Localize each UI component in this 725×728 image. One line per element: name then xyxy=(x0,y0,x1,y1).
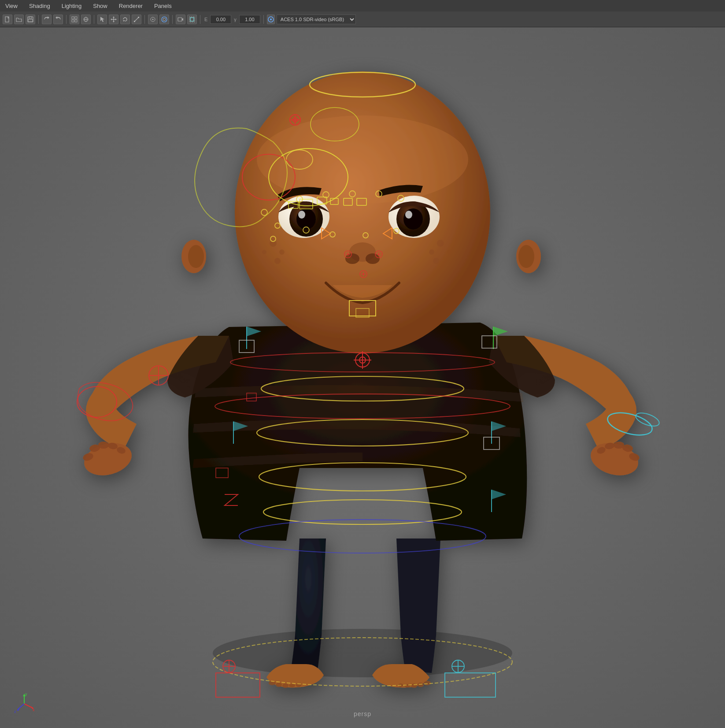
svg-point-22 xyxy=(152,19,154,20)
svg-point-23 xyxy=(162,17,167,22)
toolbar-sep-3 xyxy=(94,15,94,24)
toolbar-sep-4 xyxy=(144,15,145,24)
viewport[interactable]: persp y x z xyxy=(0,27,725,728)
colorspace-icon-btn[interactable] xyxy=(267,15,275,24)
svg-point-35 xyxy=(282,683,289,688)
snap-btn[interactable] xyxy=(148,15,158,24)
svg-point-56 xyxy=(188,245,204,268)
svg-point-77 xyxy=(433,258,439,264)
svg-point-24 xyxy=(163,18,166,21)
character-area xyxy=(0,27,725,728)
menu-view[interactable]: View xyxy=(4,2,19,10)
svg-text:z: z xyxy=(14,709,16,714)
svg-point-76 xyxy=(447,250,451,254)
character-svg xyxy=(0,27,725,728)
toolbar-sep-2 xyxy=(66,15,67,24)
svg-rect-19 xyxy=(138,17,139,18)
menu-lighting[interactable]: Lighting xyxy=(60,2,84,10)
soft-select-btn[interactable] xyxy=(159,15,169,24)
svg-point-41 xyxy=(404,684,411,687)
save-file-btn[interactable] xyxy=(26,15,35,24)
svg-rect-4 xyxy=(72,17,74,19)
toolbar: E 0.00 γ 1.00 ACES 1.0 SDR-video (sRGB) xyxy=(0,11,725,27)
menu-bar: View Shading Lighting Show Renderer Pane… xyxy=(0,0,725,11)
gamma-label: γ xyxy=(234,17,237,22)
toolbar-sep-5 xyxy=(172,15,173,24)
svg-rect-7 xyxy=(75,20,77,22)
svg-point-39 xyxy=(418,683,424,687)
svg-point-79 xyxy=(518,245,534,268)
undo-btn[interactable] xyxy=(42,15,52,24)
exposure-input[interactable]: 0.00 xyxy=(210,15,231,24)
svg-rect-6 xyxy=(72,20,74,22)
redo-btn[interactable] xyxy=(53,15,63,24)
open-file-btn[interactable] xyxy=(14,15,24,24)
svg-point-65 xyxy=(403,208,423,230)
svg-point-30 xyxy=(270,19,272,20)
svg-point-38 xyxy=(424,681,431,685)
svg-point-62 xyxy=(298,211,305,219)
svg-point-61 xyxy=(296,208,316,230)
svg-text:y: y xyxy=(25,693,27,696)
svg-rect-20 xyxy=(134,21,135,22)
toolbar-sep-6 xyxy=(200,15,200,24)
svg-point-69 xyxy=(366,253,380,264)
svg-point-74 xyxy=(437,240,444,247)
viewport-perspective-label: persp xyxy=(354,710,371,717)
axis-indicator: y x z xyxy=(13,693,35,715)
svg-point-71 xyxy=(279,249,285,255)
move-btn[interactable] xyxy=(109,15,118,24)
svg-point-73 xyxy=(274,258,281,264)
svg-text:x: x xyxy=(33,708,35,712)
svg-point-75 xyxy=(429,249,434,255)
svg-rect-5 xyxy=(75,17,77,19)
svg-point-32 xyxy=(213,629,512,677)
shaded-btn[interactable] xyxy=(81,15,91,24)
select-btn[interactable] xyxy=(97,15,107,24)
svg-point-52 xyxy=(614,442,624,449)
rotate-btn[interactable] xyxy=(120,15,130,24)
menu-renderer[interactable]: Renderer xyxy=(117,2,144,10)
render-region-btn[interactable] xyxy=(187,15,197,24)
svg-marker-16 xyxy=(115,19,117,20)
scale-btn[interactable] xyxy=(132,15,141,24)
svg-marker-15 xyxy=(111,19,112,20)
svg-point-34 xyxy=(276,683,282,687)
svg-point-46 xyxy=(98,442,109,449)
svg-point-57 xyxy=(235,71,490,353)
svg-marker-14 xyxy=(113,21,115,22)
menu-shading[interactable]: Shading xyxy=(27,2,52,10)
toolbar-sep-1 xyxy=(38,15,39,24)
svg-rect-28 xyxy=(190,18,194,21)
svg-point-36 xyxy=(289,684,295,687)
menu-panels[interactable]: Panels xyxy=(152,2,174,10)
menu-show[interactable]: Show xyxy=(91,2,109,10)
toolbar-sep-7 xyxy=(263,15,264,24)
svg-point-72 xyxy=(262,250,266,254)
wireframe-btn[interactable] xyxy=(70,15,79,24)
camera-btn[interactable] xyxy=(176,15,185,24)
svg-point-70 xyxy=(270,240,277,247)
svg-line-167 xyxy=(18,704,24,709)
svg-marker-13 xyxy=(113,16,115,18)
svg-rect-25 xyxy=(178,18,182,21)
colorspace-dropdown[interactable]: ACES 1.0 SDR-video (sRGB) xyxy=(277,15,356,24)
svg-rect-3 xyxy=(28,19,33,22)
svg-marker-17 xyxy=(123,20,125,22)
exposure-label: E xyxy=(204,17,207,22)
gamma-input[interactable]: 1.00 xyxy=(239,15,260,24)
svg-point-68 xyxy=(345,253,359,264)
svg-point-66 xyxy=(405,211,412,219)
new-file-btn[interactable] xyxy=(3,15,12,24)
